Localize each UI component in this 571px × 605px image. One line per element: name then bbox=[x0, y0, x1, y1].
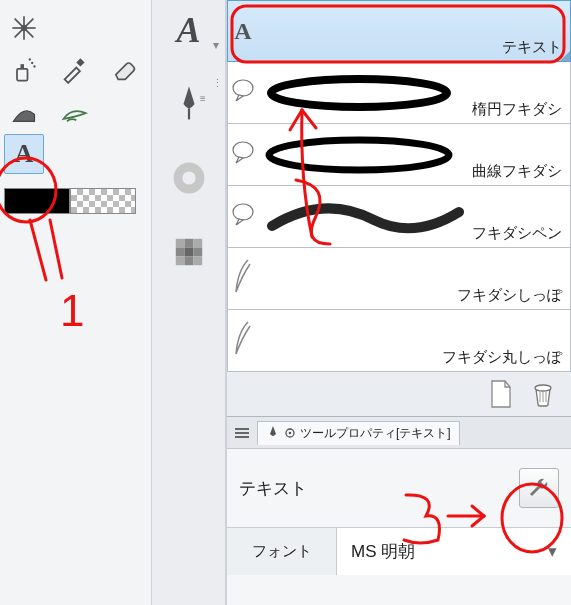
color-swatches bbox=[4, 188, 151, 214]
property-heading: テキスト bbox=[239, 477, 307, 500]
eyedropper-tool[interactable] bbox=[54, 50, 94, 90]
svg-rect-15 bbox=[175, 239, 184, 248]
magic-wand-icon bbox=[10, 14, 38, 42]
subtool-label: フキダシ丸しっぽ bbox=[442, 348, 562, 367]
leaf-stroke-tool[interactable] bbox=[54, 92, 94, 132]
tool-detail-button[interactable] bbox=[519, 468, 559, 508]
svg-point-14 bbox=[182, 171, 195, 184]
subtool-list: A テキスト 楕円フキダシ 曲線フキダシ bbox=[226, 0, 571, 372]
text-tool[interactable]: A bbox=[4, 134, 44, 174]
subtool-label: 楕円フキダシ bbox=[472, 100, 562, 119]
balloon-icon bbox=[228, 77, 258, 109]
svg-rect-17 bbox=[193, 239, 202, 248]
svg-rect-6 bbox=[21, 64, 25, 69]
right-column: A テキスト 楕円フキダシ 曲線フキダシ bbox=[226, 0, 571, 605]
pen-settings-category[interactable]: ≡ bbox=[163, 78, 215, 130]
tool-property-tab[interactable]: ツールプロパティ[テキスト] bbox=[257, 421, 460, 445]
toolbox: A bbox=[0, 0, 152, 605]
subtool-label: フキダシしっぽ bbox=[457, 286, 562, 305]
svg-rect-22 bbox=[184, 256, 193, 265]
svg-point-29 bbox=[535, 385, 551, 391]
font-row: フォント MS 明朝 ▾ bbox=[227, 527, 571, 575]
svg-point-28 bbox=[233, 204, 253, 220]
eraser-icon bbox=[110, 56, 138, 84]
subtool-list-footer bbox=[226, 372, 571, 416]
fill-tool[interactable] bbox=[4, 92, 44, 132]
svg-point-8 bbox=[29, 58, 31, 60]
ring-category[interactable] bbox=[163, 152, 215, 204]
text-category-icon: A bbox=[176, 12, 200, 48]
svg-rect-5 bbox=[17, 69, 28, 81]
svg-rect-19 bbox=[184, 248, 193, 257]
svg-rect-21 bbox=[175, 256, 184, 265]
svg-point-37 bbox=[289, 432, 292, 435]
svg-point-24 bbox=[233, 80, 253, 96]
svg-text:≡: ≡ bbox=[200, 93, 206, 104]
svg-point-25 bbox=[271, 79, 447, 107]
svg-rect-20 bbox=[193, 248, 202, 257]
tool-property-panel: ツールプロパティ[テキスト] テキスト フォント MS 明朝 ▾ bbox=[226, 416, 571, 605]
pen-settings-icon: ≡ bbox=[167, 82, 211, 126]
panel-title: ツールプロパティ[テキスト] bbox=[300, 425, 451, 442]
spray-icon bbox=[10, 56, 38, 84]
pen-icon bbox=[266, 425, 280, 441]
gear-icon bbox=[284, 427, 296, 439]
svg-rect-16 bbox=[184, 239, 193, 248]
svg-point-7 bbox=[31, 62, 33, 64]
svg-rect-18 bbox=[175, 248, 184, 257]
foreground-color-swatch[interactable] bbox=[4, 188, 70, 214]
svg-rect-23 bbox=[193, 256, 202, 265]
font-value: MS 明朝 bbox=[351, 540, 415, 563]
subtool-ellipse-balloon[interactable]: 楕円フキダシ bbox=[227, 62, 571, 124]
new-page-icon bbox=[488, 379, 514, 409]
magic-wand-tool[interactable] bbox=[4, 8, 44, 48]
subtool-balloon-tail[interactable]: フキダシしっぽ bbox=[227, 248, 571, 310]
svg-point-26 bbox=[233, 142, 253, 158]
subtool-label: テキスト bbox=[502, 38, 562, 57]
fill-icon bbox=[10, 98, 38, 126]
property-heading-row: テキスト bbox=[227, 449, 571, 527]
font-select[interactable]: MS 明朝 ▾ bbox=[337, 528, 571, 575]
svg-point-27 bbox=[269, 140, 449, 170]
panel-menu-icon[interactable] bbox=[233, 426, 251, 440]
chevron-down-icon: ▾ bbox=[548, 541, 557, 562]
balloon-icon bbox=[228, 201, 258, 233]
tail-icon bbox=[228, 318, 258, 364]
leaf-stroke-icon bbox=[60, 98, 88, 126]
text-tool-icon: A bbox=[15, 139, 34, 169]
strip-menu-dots[interactable]: ⋮ bbox=[212, 78, 223, 89]
spray-tool[interactable] bbox=[4, 50, 44, 90]
tool-category-strip: A ▾ ≡ bbox=[152, 0, 226, 605]
svg-point-9 bbox=[33, 65, 35, 67]
subtool-curve-balloon[interactable]: 曲線フキダシ bbox=[227, 124, 571, 186]
font-label: フォント bbox=[227, 528, 337, 575]
grid-icon bbox=[167, 230, 211, 274]
text-subtool-icon: A bbox=[228, 18, 258, 45]
wrench-icon bbox=[527, 476, 551, 500]
subtool-text[interactable]: A テキスト bbox=[227, 0, 571, 62]
eraser-tool[interactable] bbox=[104, 50, 144, 90]
subtool-label: フキダシペン bbox=[472, 224, 562, 243]
trash-icon bbox=[529, 380, 557, 408]
subtool-balloon-round-tail[interactable]: フキダシ丸しっぽ bbox=[227, 310, 571, 372]
ring-icon bbox=[167, 156, 211, 200]
svg-rect-10 bbox=[76, 58, 84, 66]
subtool-label: 曲線フキダシ bbox=[472, 162, 562, 181]
tail-icon bbox=[228, 256, 258, 302]
transparent-color-swatch[interactable] bbox=[70, 188, 136, 214]
grid-category[interactable] bbox=[163, 226, 215, 278]
eyedropper-icon bbox=[60, 56, 88, 84]
tool-property-header: ツールプロパティ[テキスト] bbox=[227, 417, 571, 449]
tool-grid: A bbox=[0, 0, 151, 182]
subtool-balloon-pen[interactable]: フキダシペン bbox=[227, 186, 571, 248]
new-subtool-button[interactable] bbox=[487, 380, 515, 408]
delete-subtool-button[interactable] bbox=[529, 380, 557, 408]
svg-point-4 bbox=[22, 26, 27, 31]
balloon-icon bbox=[228, 139, 258, 171]
text-category[interactable]: A ▾ bbox=[163, 4, 215, 56]
